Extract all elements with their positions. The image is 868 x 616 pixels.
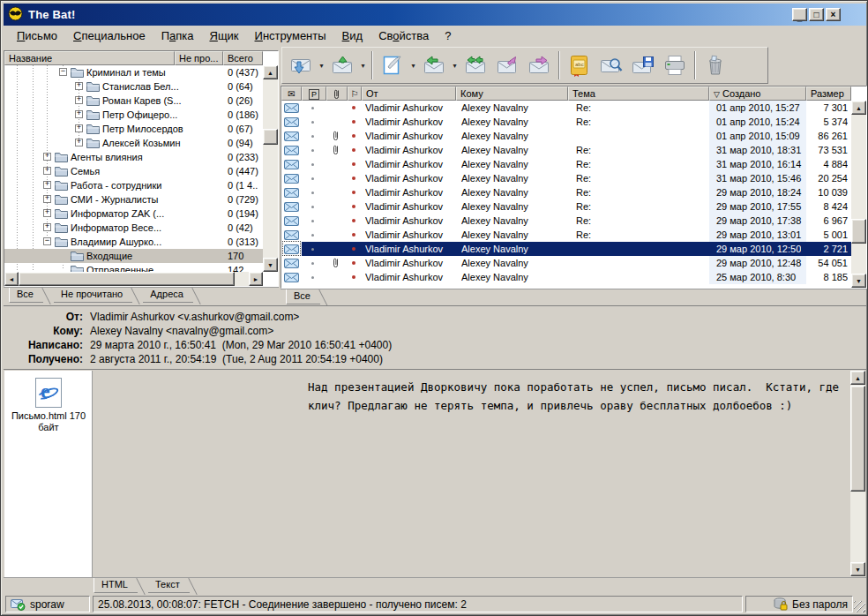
message-row[interactable]: 29 мар 2010, 12:48Vladimir AshurkovAlexe… bbox=[281, 256, 851, 270]
receive-mail-button[interactable] bbox=[285, 50, 317, 80]
scroll-thumb[interactable] bbox=[850, 386, 865, 492]
message-row[interactable]: 31 мар 2010, 16:14Vladimir AshurkovAlexe… bbox=[281, 157, 851, 171]
menu-papka[interactable]: Папка bbox=[153, 27, 202, 44]
viewer-tab-text[interactable]: Текст bbox=[148, 578, 185, 592]
folder-column-total[interactable]: Всего bbox=[223, 51, 263, 65]
minimize-button[interactable]: _ bbox=[792, 8, 807, 21]
message-row[interactable]: Vladimir AshurkovAlexey Navalny29 мар 20… bbox=[281, 242, 851, 256]
column-subject[interactable]: Тема bbox=[568, 86, 709, 101]
message-row[interactable]: 25 мар 2010, 8:30Vladimir AshurkovAlexey… bbox=[281, 270, 851, 284]
message-row[interactable]: 29 мар 2010, 18:24Vladimir AshurkovAlexe… bbox=[281, 185, 851, 199]
menu-instrumenty[interactable]: Инструменты bbox=[247, 27, 334, 44]
resize-grip[interactable] bbox=[854, 601, 865, 612]
folder-row[interactable]: +Информатор Весе...0 (42) bbox=[4, 221, 263, 235]
receive-mail-dropdown[interactable]: ▾ bbox=[317, 50, 326, 80]
expand-icon[interactable]: + bbox=[43, 153, 51, 161]
close-button[interactable]: × bbox=[826, 8, 841, 21]
attachment-item[interactable]: e Письмо.html 170 байт bbox=[11, 378, 86, 433]
folder-tab-addresses[interactable]: Адреса bbox=[143, 288, 189, 302]
folder-row[interactable]: Входящие170 bbox=[4, 249, 263, 263]
folder-row[interactable]: −Владимир Ашурко...0 (313) bbox=[4, 235, 263, 249]
folder-row[interactable]: +Петр Милосердов0 (67) bbox=[4, 122, 263, 136]
scroll-thumb[interactable] bbox=[851, 219, 866, 244]
expand-icon[interactable]: + bbox=[75, 82, 83, 90]
folder-tab-all[interactable]: Все bbox=[9, 288, 39, 302]
reply-all-button[interactable] bbox=[460, 50, 491, 80]
print-button[interactable] bbox=[659, 50, 691, 80]
folder-row[interactable]: +Работа - сотрудники0 (1 4.. bbox=[4, 178, 263, 192]
menu-special[interactable]: Специальное bbox=[65, 27, 153, 44]
scroll-up-button[interactable]: ▲ bbox=[850, 371, 865, 385]
column-to[interactable]: Кому bbox=[456, 86, 568, 101]
send-mail-dropdown[interactable]: ▾ bbox=[358, 50, 368, 80]
menu-vid[interactable]: Вид bbox=[334, 27, 371, 44]
collapse-icon[interactable]: − bbox=[59, 68, 67, 76]
scroll-down-button[interactable]: ▼ bbox=[851, 274, 866, 288]
title-bar[interactable]: The Bat! _ □ × bbox=[4, 4, 866, 26]
message-row[interactable]: 31 мар 2010, 15:46Vladimir AshurkovAlexe… bbox=[281, 171, 851, 185]
column-flag[interactable]: ⚐ bbox=[348, 86, 362, 101]
column-parked[interactable]: P bbox=[302, 86, 326, 101]
send-mail-button[interactable] bbox=[326, 50, 358, 80]
save-message-button[interactable] bbox=[627, 50, 659, 80]
expand-icon[interactable]: + bbox=[43, 209, 51, 217]
password-cell[interactable]: Без пароля bbox=[745, 596, 853, 612]
column-attachment[interactable] bbox=[326, 86, 348, 101]
envelope-icon[interactable]: ✉ bbox=[288, 89, 295, 99]
forward-button[interactable] bbox=[491, 50, 523, 80]
new-message-button[interactable] bbox=[377, 50, 408, 80]
scroll-up-button[interactable]: ▲ bbox=[851, 101, 866, 115]
redirect-button[interactable] bbox=[523, 50, 555, 80]
expand-icon[interactable]: + bbox=[75, 139, 83, 146]
folder-vscrollbar[interactable] bbox=[263, 65, 278, 272]
collapse-icon[interactable]: − bbox=[43, 237, 51, 245]
scroll-left-button[interactable]: ◄ bbox=[4, 272, 19, 286]
expand-icon[interactable]: + bbox=[43, 195, 51, 203]
folder-tab-unread[interactable]: Не прочитано bbox=[54, 288, 128, 302]
new-message-dropdown[interactable]: ▾ bbox=[408, 50, 418, 80]
viewer-tab-html[interactable]: HTML bbox=[94, 578, 133, 592]
folder-row[interactable]: +Агенты влияния0 (233) bbox=[4, 150, 263, 164]
folder-row[interactable]: +Семья0 (447) bbox=[4, 164, 263, 178]
folder-column-unread[interactable]: Не про... bbox=[175, 51, 223, 65]
message-row[interactable]: 31 мар 2010, 18:31Vladimir AshurkovAlexe… bbox=[281, 143, 851, 157]
reply-button[interactable] bbox=[418, 50, 450, 80]
expand-icon[interactable]: + bbox=[75, 96, 83, 104]
scroll-thumb[interactable] bbox=[19, 272, 235, 286]
account-cell[interactable]: sporaw bbox=[5, 596, 90, 612]
message-row[interactable]: 01 апр 2010, 15:09Vladimir AshurkovAlexe… bbox=[281, 129, 851, 143]
column-created[interactable]: ▽ Создано bbox=[709, 86, 806, 101]
expand-icon[interactable]: + bbox=[43, 167, 51, 175]
scroll-right-button[interactable]: ► bbox=[249, 272, 263, 286]
menu-yaschik[interactable]: Ящик bbox=[201, 27, 246, 44]
search-mail-button[interactable] bbox=[595, 50, 627, 80]
folder-row[interactable]: +Роман Карев (S...0 (26) bbox=[4, 94, 263, 108]
message-row[interactable]: 29 мар 2010, 17:55Vladimir AshurkovAlexe… bbox=[281, 199, 851, 214]
scroll-down-button[interactable]: ▼ bbox=[263, 258, 278, 272]
folder-row[interactable]: +Алексей Козьмин0 (94) bbox=[4, 136, 263, 150]
folder-row[interactable]: +Информатор ZAK (...0 (194) bbox=[4, 207, 263, 221]
message-row[interactable]: 29 мар 2010, 13:01Vladimir AshurkovAlexe… bbox=[281, 228, 851, 242]
folder-row[interactable]: +СМИ - Журналисты0 (729) bbox=[4, 192, 263, 207]
scroll-thumb[interactable] bbox=[263, 129, 278, 145]
menu-svoystva[interactable]: Свойства bbox=[370, 27, 437, 44]
reply-dropdown[interactable]: ▾ bbox=[450, 50, 460, 80]
folder-column-name[interactable]: Название bbox=[4, 51, 175, 65]
folder-row[interactable]: Отправленные142 bbox=[4, 263, 263, 272]
folder-row[interactable]: −Криминал и темы0 (437) bbox=[4, 65, 263, 79]
menu-pismo[interactable]: Письмо bbox=[9, 27, 65, 44]
message-row[interactable]: 01 апр 2010, 15:27Vladimir AshurkovAlexe… bbox=[281, 101, 851, 115]
column-size[interactable]: Размер bbox=[806, 86, 851, 101]
expand-icon[interactable]: + bbox=[75, 124, 83, 132]
folder-row[interactable]: +Станислав Бел...0 (64) bbox=[4, 79, 263, 94]
expand-icon[interactable]: + bbox=[75, 110, 83, 118]
scroll-down-button[interactable]: ▼ bbox=[850, 562, 865, 576]
menu-help[interactable]: ? bbox=[437, 27, 459, 44]
column-from[interactable]: От bbox=[362, 86, 456, 101]
scroll-up-button[interactable]: ▲ bbox=[263, 65, 278, 79]
message-row[interactable]: 01 апр 2010, 15:24Vladimir AshurkovAlexe… bbox=[281, 115, 851, 129]
message-row[interactable]: 29 мар 2010, 17:38Vladimir AshurkovAlexe… bbox=[281, 214, 851, 228]
delete-button[interactable] bbox=[700, 50, 731, 80]
message-body[interactable]: Над презентацией Дворковичу пока поработ… bbox=[308, 378, 839, 415]
message-tab-all[interactable]: Все bbox=[286, 289, 316, 304]
